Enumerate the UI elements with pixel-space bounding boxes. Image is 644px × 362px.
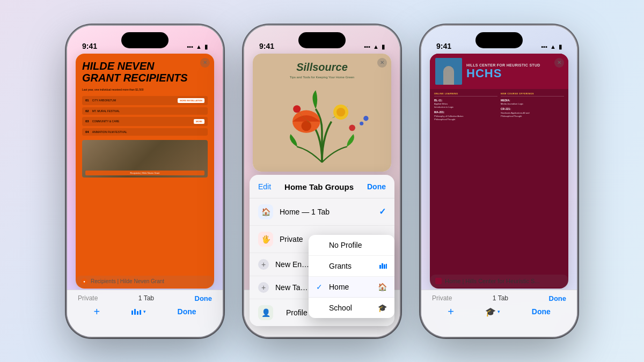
school-profile-button[interactable]: 🎓 ▾ — [485, 307, 500, 317]
private-icon: 🖐 — [258, 232, 273, 247]
grants-bar-chart-icon — [379, 262, 387, 270]
browser-content-center: ✕ Sillsource Tips and Tools for Keeping … — [253, 54, 391, 172]
new-courses-header: NEW COURSE OFFERINGS — [501, 92, 564, 97]
done-label-left[interactable]: Done — [178, 307, 196, 316]
list-item-2: 02 MT. MURAL FESTIVAL — [82, 107, 208, 115]
list-item-1: 01 CITY ARBORETUM MORE INSTALLATION — [82, 96, 208, 105]
svg-point-7 — [360, 121, 363, 125]
list-item-4: 04 ANIMATION FILM FESTIVAL — [82, 128, 208, 136]
url-bar-right[interactable]: Home | Hills Center for Heuristic S... — [430, 275, 568, 287]
plant-title: Sillsource — [296, 61, 348, 73]
svg-point-3 — [336, 107, 345, 116]
pd-grants-check — [316, 262, 325, 270]
bar-chart-icon-left — [131, 309, 141, 315]
tab-count-left: 1 Tab — [138, 294, 154, 302]
image-caption-left: Recipients | Hilde Neven Grant — [85, 171, 204, 175]
toolbar-tabs-row-left: Private 1 Tab Done — [67, 290, 223, 302]
pd-no-profile-check — [316, 241, 325, 249]
add-tab-button-left[interactable]: + — [93, 306, 100, 318]
pd-grants-label: Grants — [329, 262, 352, 270]
signal-icon: ▪▪▪ — [187, 43, 193, 50]
svg-point-1 — [301, 121, 311, 131]
private-label-right: Private — [432, 294, 452, 302]
pd-school[interactable]: School 🎓 — [309, 298, 394, 318]
dynamic-island-right — [475, 32, 523, 48]
tab-group-home-row[interactable]: 🏠 Home — 1 Tab ✓ — [250, 198, 394, 226]
svg-point-5 — [349, 124, 355, 131]
pd-grants[interactable]: Grants — [309, 256, 394, 277]
graduation-cap-icon: 🎓 — [485, 307, 496, 317]
plant-illustration — [259, 83, 385, 166]
wifi-icon-right: ▲ — [550, 43, 556, 50]
status-icons-right: ▪▪▪ ▲ ▮ — [541, 43, 562, 50]
status-time-left: 9:41 — [82, 42, 97, 50]
status-time-right: 9:41 — [436, 42, 451, 50]
svg-rect-9 — [382, 263, 383, 269]
tab-groups-header: Edit Home Tab Groups Done — [250, 175, 394, 198]
plus-icon-new-tab: + — [258, 282, 269, 293]
tab-count-right: 1 Tab — [493, 294, 508, 302]
plus-icon-new-entry: + — [258, 259, 269, 270]
course-1: BL-11: Applied Ethics Introduction to Lo… — [434, 99, 497, 109]
toolbar-icons-row-left: + ▾ Done — [67, 302, 223, 322]
school-right-section: NEW COURSE OFFERINGS MEDIA: Media Journa… — [501, 92, 564, 285]
plant-subtitle: Tips and Tools for Keeping Your Home Gre… — [290, 76, 354, 79]
home-check-icon: ✓ — [379, 206, 386, 217]
status-icons-left: ▪▪▪ ▲ ▮ — [187, 43, 208, 50]
webpage-subtitle-left: Last year, one individual received more … — [82, 88, 208, 92]
edit-button[interactable]: Edit — [258, 182, 271, 191]
browser-content-right: ✕ H HILLS CENTER FOR HEURISTIC STUD HCHS — [430, 54, 568, 289]
phone-center: 9:41 ▪▪▪ ▲ ▮ ✕ Sillsource Tips and Tools… — [244, 26, 400, 337]
tab-groups-done[interactable]: Done — [367, 182, 386, 191]
person-icon: 👤 — [258, 305, 273, 320]
done-button-right[interactable]: Done — [549, 294, 567, 302]
wifi-icon-center: ▲ — [373, 43, 379, 50]
home-house-icon: 🏠 — [378, 283, 387, 291]
webpage-image-left: Recipients | Hilde Neven Grant — [82, 140, 208, 178]
list-item-3: 03 COMMUNITY & CARE MORE — [82, 117, 208, 126]
school-acronym: HCHS — [466, 68, 563, 79]
done-button-left[interactable]: Done — [195, 294, 213, 302]
school-body: ONLINE LEARNING BL-11: Applied Ethics In… — [430, 89, 568, 289]
dynamic-island-center — [298, 32, 346, 48]
svg-rect-10 — [384, 264, 385, 269]
school-header: H HILLS CENTER FOR HEURISTIC STUD HCHS — [430, 54, 568, 89]
bottom-toolbar-left: Private 1 Tab Done + ▾ Done — [67, 290, 223, 337]
profile-dropdown: No Profile Grants ✓ Home 🏠 School 🎓 — [309, 235, 394, 318]
battery-icon-center: ▮ — [382, 43, 385, 50]
close-button-center[interactable]: ✕ — [377, 58, 387, 68]
course-3: MEDIA: Media Journalism Logic — [501, 99, 564, 106]
dynamic-island-left — [121, 32, 169, 48]
pd-school-label: School — [329, 304, 352, 312]
close-button-left[interactable]: ✕ — [200, 58, 210, 68]
signal-icon-right: ▪▪▪ — [541, 43, 547, 50]
svg-point-6 — [363, 116, 368, 121]
battery-icon: ▮ — [204, 43, 208, 50]
tab-groups-title: Home Tab Groups — [284, 182, 354, 191]
course-2: MA-201: Philosophy of Collective Action … — [434, 110, 497, 121]
pd-home[interactable]: ✓ Home 🏠 — [309, 277, 394, 298]
chevron-down-icon-left: ▾ — [143, 309, 146, 314]
school-favicon — [435, 278, 442, 284]
pd-home-label: Home — [329, 283, 349, 291]
url-text-right: Home | Hills Center for Heuristic S... — [445, 278, 539, 284]
profile-label: Profile — [286, 308, 308, 317]
pd-home-check: ✓ — [316, 283, 325, 291]
done-label-right[interactable]: Done — [532, 307, 551, 316]
school-title-area: HILLS CENTER FOR HEURISTIC STUD HCHS — [466, 63, 563, 80]
browser-content-left: ✕ HILDE NEVEN GRANT RECIPIENTS Last year… — [76, 54, 214, 289]
pd-no-profile[interactable]: No Profile — [309, 235, 394, 256]
svg-point-4 — [293, 105, 301, 113]
svg-rect-11 — [386, 264, 387, 269]
url-bar-left[interactable]: ● Recipients | Hilde Neven Grant — [76, 276, 214, 287]
webpage-plant: ✕ Sillsource Tips and Tools for Keeping … — [253, 54, 391, 172]
add-tab-button-right[interactable]: + — [448, 306, 454, 318]
webpage-orange: ✕ HILDE NEVEN GRANT RECIPIENTS Last year… — [76, 54, 214, 289]
svg-rect-8 — [379, 265, 381, 269]
pd-no-profile-label: No Profile — [329, 241, 362, 249]
profile-button-left[interactable]: ▾ — [131, 309, 146, 315]
bottom-toolbar-right: Private 1 Tab Done + 🎓 ▾ Done — [421, 290, 577, 337]
home-tab-label: Home — 1 Tab — [280, 208, 379, 216]
status-icons-center: ▪▪▪ ▲ ▮ — [364, 43, 385, 50]
close-button-right[interactable]: ✕ — [554, 58, 564, 68]
